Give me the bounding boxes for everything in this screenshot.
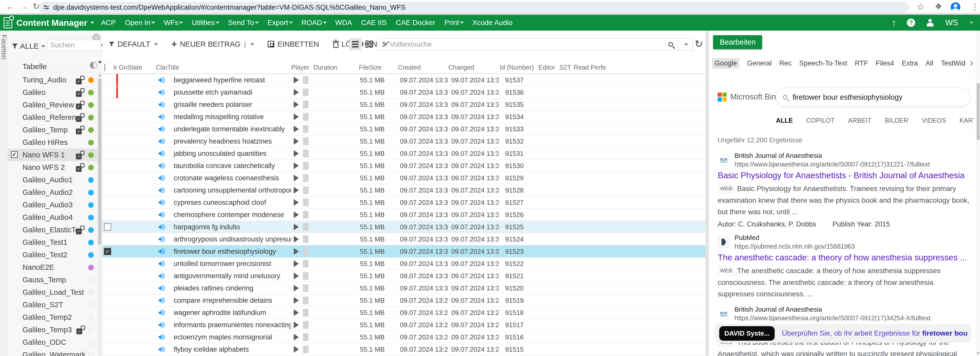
- sidebar-scrollbar[interactable]: ▲: [98, 72, 102, 356]
- bing-search-input[interactable]: [792, 93, 963, 101]
- stop-icon[interactable]: [303, 236, 309, 243]
- address-bar[interactable]: dpe.davidsystems-test.com/DpeWebApplicat…: [38, 2, 909, 13]
- search-options-button[interactable]: [678, 38, 692, 50]
- table-row[interactable]: grisaille needers polariser55.1 MB09.07.…: [102, 98, 705, 111]
- upload-arrow-icon[interactable]: ↑: [891, 17, 896, 28]
- stop-icon[interactable]: [303, 248, 309, 255]
- browser-back-icon[interactable]: ←: [6, 2, 14, 11]
- facet-item-galileo-audio4[interactable]: Galileo_Audio4: [8, 211, 102, 224]
- facet-item-galileo-reference[interactable]: Galileo_Reference✓: [8, 111, 102, 124]
- menu-item-acp[interactable]: ACP: [101, 19, 116, 27]
- tab-rec[interactable]: Rec: [779, 59, 792, 67]
- checkbox-checked-icon[interactable]: ✓: [11, 151, 18, 158]
- bing-search-box[interactable]: [776, 88, 970, 107]
- play-icon[interactable]: [294, 114, 299, 120]
- result-url[interactable]: https://pubmed.ncbi.nlm.nih.gov/15681963: [735, 243, 855, 250]
- play-icon[interactable]: [294, 126, 299, 132]
- tab-extra[interactable]: Extra: [902, 59, 918, 67]
- stop-icon[interactable]: [303, 150, 309, 157]
- facet-item-galileo-watermark[interactable]: Galileo_Watermark: [8, 349, 102, 356]
- play-icon[interactable]: [294, 211, 299, 218]
- play-icon[interactable]: [294, 138, 299, 145]
- table-row[interactable]: flyboy icelidae alphabets55.1 MB09.07.20…: [102, 343, 705, 356]
- browser-menu-icon[interactable]: ⋮: [970, 2, 979, 12]
- banner-message[interactable]: Überprüfen Sie, ob Ihr arbeit Ergebnisse…: [782, 329, 967, 337]
- stop-icon[interactable]: [303, 309, 309, 316]
- table-row[interactable]: cypreses cuneoscaphoid cloof55.1 MB09.07…: [102, 196, 705, 209]
- facet-item-galileo[interactable]: Galileo✓: [8, 86, 102, 99]
- stop-icon[interactable]: [303, 174, 309, 182]
- select-all-checkbox[interactable]: [104, 64, 105, 71]
- table-row[interactable]: chemosphere contemper modenese55.1 MB09.…: [102, 209, 705, 221]
- extensions-icon[interactable]: ❖: [935, 2, 942, 11]
- stop-icon[interactable]: [303, 333, 309, 341]
- stop-icon[interactable]: [303, 101, 309, 108]
- detail-scrollbar[interactable]: ▼: [976, 31, 980, 356]
- app-title[interactable]: Content Manager: [16, 18, 88, 28]
- scrollbar-thumb[interactable]: [98, 79, 102, 245]
- facet-search[interactable]: [48, 40, 109, 51]
- stop-icon[interactable]: [303, 297, 309, 304]
- facet-filter-button[interactable]: ALLE: [12, 42, 45, 51]
- bing-tab-copilot[interactable]: COPILOT: [806, 117, 835, 124]
- table-row[interactable]: pleiades ratlines cindering55.1 MB09.07.…: [102, 282, 705, 294]
- facet-item-nano-wfs-2[interactable]: Nano WFS 2✓: [8, 161, 102, 174]
- play-icon[interactable]: [294, 199, 299, 206]
- play-icon[interactable]: [294, 163, 299, 169]
- table-row[interactable]: compare irreprehensible detains55.1 MB09…: [102, 294, 705, 307]
- tab-speech-to-text[interactable]: Speech-To-Text: [799, 59, 847, 67]
- play-icon[interactable]: [294, 321, 299, 328]
- menu-item-send-to[interactable]: Send To: [228, 19, 258, 27]
- bing-tab-videos[interactable]: VIDEOS: [922, 117, 946, 124]
- play-icon[interactable]: [294, 346, 299, 353]
- tab-general[interactable]: General: [747, 59, 772, 67]
- facet-item-galileo-odc[interactable]: Galileo_ODC: [8, 336, 102, 349]
- facet-item-galileo-temp2[interactable]: Galileo_Temp2: [8, 311, 102, 324]
- menu-item-cae-iis[interactable]: CAE IIS: [361, 19, 387, 27]
- facet-search-input[interactable]: [50, 41, 102, 49]
- play-icon[interactable]: [294, 187, 299, 193]
- page-url[interactable]: dpe.davidsystems-test.com/DpeWebApplicat…: [53, 3, 405, 11]
- stop-icon[interactable]: [303, 223, 309, 231]
- stop-icon[interactable]: [303, 345, 309, 353]
- play-icon[interactable]: [294, 334, 299, 340]
- bing-tab-arbeit[interactable]: ARBEIT: [848, 117, 872, 124]
- table-row[interactable]: wagener aphrodite latifundium55.1 MB09.0…: [102, 307, 705, 319]
- column-header-state[interactable]: State: [127, 64, 156, 71]
- table-row[interactable]: medalling misspelling rotative55.1 MB09.…: [102, 111, 705, 123]
- column-header-filesize[interactable]: FileSize: [359, 64, 398, 71]
- scroll-down-icon[interactable]: ▼: [976, 351, 980, 355]
- david-systems-pill[interactable]: DAVID Syste...: [719, 326, 775, 341]
- facets-strip[interactable]: Facetten: [0, 31, 8, 356]
- facet-item-galileo-s2t[interactable]: Galileo_S2T: [8, 299, 102, 311]
- menu-item-wfs[interactable]: WFs: [164, 19, 183, 27]
- facet-item-galileo-load-test[interactable]: Galileo_Load_Test: [8, 286, 102, 299]
- bookmark-star-icon[interactable]: ☆: [916, 2, 924, 12]
- table-row[interactable]: ✓firetower bour esthesiophysiology55.1 M…: [102, 245, 705, 258]
- stop-icon[interactable]: [303, 187, 309, 194]
- user-initials[interactable]: WS: [945, 18, 958, 27]
- tab-files4[interactable]: Files4: [876, 59, 894, 67]
- column-header-created[interactable]: Created: [398, 64, 448, 71]
- facet-item-turing-audio[interactable]: Turing_Audio✓: [8, 74, 102, 86]
- user-icon[interactable]: [926, 19, 934, 27]
- stop-icon[interactable]: [303, 321, 309, 329]
- play-icon[interactable]: [294, 297, 299, 304]
- search-button[interactable]: [663, 38, 678, 50]
- stop-icon[interactable]: [303, 89, 309, 96]
- embed-button[interactable]: EINBETTEN: [268, 40, 319, 49]
- fulltext-search[interactable]: ✎: [378, 38, 693, 51]
- table-row[interactable]: ectoenzym maples monsignorial55.1 MB09.0…: [102, 331, 705, 343]
- result-url[interactable]: https://www.bjanaesthesia.org/article/S0…: [735, 161, 930, 168]
- triangle-down-icon[interactable]: [98, 61, 102, 63]
- tab-testwidgets[interactable]: TestWidgets: [941, 59, 966, 67]
- facet-item-gauss-temp[interactable]: Gauss_Temp: [8, 274, 102, 286]
- stop-icon[interactable]: [303, 138, 309, 145]
- result-title-link[interactable]: The anesthetic cascade: a theory of how …: [718, 253, 971, 263]
- facet-item-galileo-test1[interactable]: Galileo_Test1: [8, 236, 102, 248]
- column-header-duration[interactable]: Duration: [313, 64, 359, 71]
- stop-icon[interactable]: [303, 260, 309, 267]
- stop-icon[interactable]: [303, 272, 309, 280]
- tab-google[interactable]: Google: [712, 58, 740, 69]
- bing-tab-bilder[interactable]: BILDER: [885, 117, 908, 124]
